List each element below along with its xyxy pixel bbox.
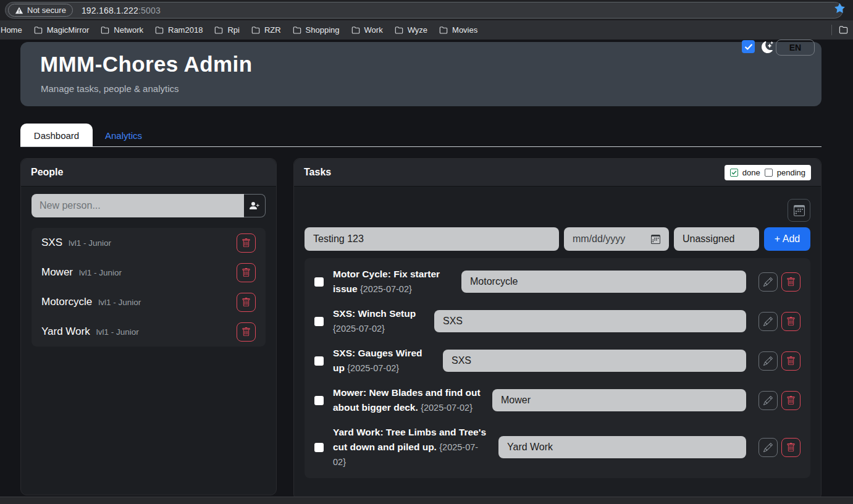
bookmarks-bar: Home MagicMirror Network Ram2018 Rpi RZR… xyxy=(0,20,853,40)
task-assignee-value: Yard Work xyxy=(507,442,553,453)
task-assignee-select[interactable]: Mower xyxy=(492,389,746,411)
task-date: {2025-07-02} xyxy=(360,284,412,294)
bookmark-item-wyze[interactable]: Wyze xyxy=(395,25,427,35)
edit-task-button[interactable] xyxy=(758,312,778,331)
bookmark-label: Network xyxy=(114,25,143,35)
task-title: SXS: Winch Setup xyxy=(333,308,416,319)
edit-task-button[interactable] xyxy=(758,391,778,410)
tab-dashboard[interactable]: Dashboard xyxy=(20,124,93,147)
task-assignee-select[interactable]: Yard Work xyxy=(498,436,746,458)
bookmark-item-home[interactable]: Home xyxy=(0,25,22,35)
checkbox-checked-icon xyxy=(730,169,738,177)
task-checkbox[interactable] xyxy=(314,356,324,366)
edit-task-button[interactable] xyxy=(758,438,778,457)
tab-analytics[interactable]: Analytics xyxy=(93,124,154,147)
task-assignee-value: SXS xyxy=(452,355,471,366)
tab-dashboard-label: Dashboard xyxy=(34,130,79,141)
bookmark-item-movies[interactable]: Movies xyxy=(439,25,477,35)
pencil-icon xyxy=(763,277,773,287)
bookmarks-separator xyxy=(831,25,832,35)
person-name: Motorcycle xyxy=(41,296,92,308)
add-task-button[interactable]: + Add xyxy=(764,227,810,251)
url-text: 192.168.1.222:5003 xyxy=(82,6,161,15)
calendar-view-button[interactable] xyxy=(788,199,810,222)
calendar-icon xyxy=(794,205,805,216)
bookmark-item-ram2018[interactable]: Ram2018 xyxy=(155,25,203,35)
delete-task-button[interactable] xyxy=(781,351,800,371)
task-assignee-value: SXS xyxy=(443,316,463,327)
address-bar[interactable]: Not secure 192.168.1.222:5003 xyxy=(5,2,843,19)
date-placeholder: mm/dd/yyyy xyxy=(573,233,625,245)
task-assignee-select[interactable]: SXS xyxy=(443,350,746,372)
task-checkbox[interactable] xyxy=(314,396,324,405)
task-date: {2025-07-02} xyxy=(421,403,473,413)
bookmark-item-magicmirror[interactable]: MagicMirror xyxy=(34,25,90,35)
new-person-input[interactable] xyxy=(32,194,244,217)
trash-icon xyxy=(242,298,251,307)
delete-person-button[interactable] xyxy=(237,322,256,342)
bookmark-item-work[interactable]: Work xyxy=(351,25,383,35)
task-actions xyxy=(758,312,800,331)
folder-icon xyxy=(155,26,164,35)
task-checkbox[interactable] xyxy=(314,443,324,452)
bookmark-label: Wyze xyxy=(408,25,427,35)
trash-icon xyxy=(786,443,796,452)
bookmark-label: Work xyxy=(364,25,383,35)
edit-task-button[interactable] xyxy=(758,272,778,292)
bookmark-label: RZR xyxy=(264,25,281,35)
delete-person-button[interactable] xyxy=(237,293,256,312)
bookmark-label: Movies xyxy=(452,25,477,35)
bookmark-item-rzr[interactable]: RZR xyxy=(251,25,281,35)
task-checkbox[interactable] xyxy=(314,277,324,287)
edit-task-button[interactable] xyxy=(758,351,778,371)
delete-person-button[interactable] xyxy=(237,263,256,282)
trash-icon xyxy=(786,356,796,366)
task-row: SXS: Gauges Wired up {2025-07-02} SXS xyxy=(314,341,800,380)
legend-done-label: done xyxy=(742,168,760,177)
task-actions xyxy=(758,391,800,410)
add-person-button[interactable] xyxy=(244,194,266,217)
delete-task-button[interactable] xyxy=(781,438,800,457)
trash-icon xyxy=(242,238,251,248)
delete-task-button[interactable] xyxy=(781,312,800,331)
task-label: Motor Cycle: Fix starter issue {2025-07-… xyxy=(333,267,450,296)
new-person-group xyxy=(32,194,266,217)
task-checkbox[interactable] xyxy=(314,317,324,326)
bookmark-star-icon[interactable] xyxy=(834,2,846,14)
folder-icon xyxy=(101,26,109,35)
trash-icon xyxy=(242,268,251,277)
window-bottom-edge xyxy=(0,497,853,504)
bookmark-item-network[interactable]: Network xyxy=(101,25,143,35)
bookmark-item-rpi[interactable]: Rpi xyxy=(214,25,240,35)
bookmark-item-shopping[interactable]: Shopping xyxy=(293,25,340,35)
new-task-input[interactable] xyxy=(305,227,559,251)
tab-analytics-label: Analytics xyxy=(105,130,142,141)
person-plus-icon xyxy=(250,201,259,211)
page-title: MMM-Chores Admin xyxy=(40,52,252,77)
delete-person-button[interactable] xyxy=(237,233,256,253)
person-level: lvl1 - Junior xyxy=(79,268,122,277)
tabs-divider xyxy=(20,146,821,147)
task-actions xyxy=(758,438,800,457)
delete-task-button[interactable] xyxy=(781,272,800,292)
dark-mode-moon-icon[interactable] xyxy=(762,41,774,53)
task-assignee-select[interactable]: SXS xyxy=(434,310,746,332)
person-level: lvl1 - Junior xyxy=(69,238,111,248)
assignee-select[interactable]: Unassigned xyxy=(674,227,759,251)
check-icon xyxy=(744,43,753,51)
pencil-icon xyxy=(763,317,773,326)
language-select[interactable]: EN xyxy=(776,40,815,56)
calendar-icon xyxy=(651,235,660,244)
bookmark-label: Rpi xyxy=(227,25,240,35)
bookmarks-overflow-folder-icon[interactable] xyxy=(839,25,848,35)
due-date-input[interactable]: mm/dd/yyyy xyxy=(564,227,669,251)
task-assignee-select[interactable]: Motorcycle xyxy=(461,271,746,293)
delete-task-button[interactable] xyxy=(781,391,800,410)
task-date: {2025-07-02} xyxy=(347,363,399,373)
pencil-icon xyxy=(763,396,773,405)
person-name: Mower xyxy=(41,266,73,279)
trash-icon xyxy=(786,396,796,405)
header-checkbox[interactable] xyxy=(742,40,755,53)
security-chip[interactable]: Not secure xyxy=(8,4,73,17)
person-row: Mower lvl1 - Junior xyxy=(32,258,266,287)
